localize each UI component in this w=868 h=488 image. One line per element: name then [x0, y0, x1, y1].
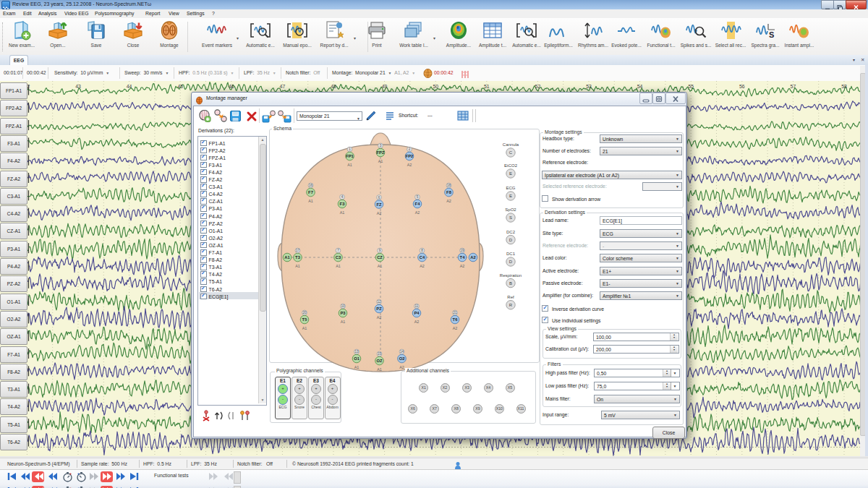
svg-text:ECG: ECG	[506, 186, 515, 190]
svg-text:A1: A1	[341, 320, 346, 324]
svg-text:16: 16	[309, 184, 313, 187]
svg-text:FPZ: FPZ	[377, 150, 385, 155]
svg-text:C3: C3	[336, 255, 341, 260]
svg-text:A1: A1	[347, 163, 352, 167]
svg-text:58: 58	[841, 84, 847, 89]
svg-text:44: 44	[127, 84, 132, 89]
svg-text:EtCO2: EtCO2	[504, 163, 518, 168]
svg-text:21: 21	[453, 311, 457, 314]
svg-text:T3: T3	[295, 255, 301, 260]
svg-text:F3: F3	[340, 202, 346, 206]
svg-text:54: 54	[637, 84, 643, 89]
svg-text:A2: A2	[470, 255, 475, 260]
svg-text:FP2: FP2	[406, 154, 414, 158]
svg-text:14: 14	[400, 350, 404, 354]
svg-text:DC2: DC2	[506, 230, 516, 234]
svg-text:48: 48	[331, 84, 336, 89]
svg-text:T5: T5	[302, 317, 308, 322]
svg-text:PZ: PZ	[376, 307, 382, 311]
svg-text:45: 45	[177, 84, 183, 89]
svg-text:A1: A1	[284, 255, 290, 260]
svg-text:2: 2	[409, 147, 411, 151]
svg-text:A1: A1	[378, 264, 383, 268]
svg-text:8: 8	[421, 249, 423, 252]
svg-text:E: E	[509, 171, 512, 176]
svg-text:A1: A1	[302, 326, 307, 330]
svg-text:A1: A1	[308, 199, 313, 203]
svg-text:FZ: FZ	[376, 202, 382, 207]
svg-text:A2: A2	[453, 326, 458, 330]
svg-text:51: 51	[484, 84, 490, 89]
svg-text:B: B	[509, 281, 512, 286]
svg-text:OZ: OZ	[376, 359, 383, 363]
svg-text:A2: A2	[414, 320, 420, 324]
svg-text:6: 6	[378, 196, 380, 200]
svg-text:10: 10	[341, 304, 345, 308]
svg-text:13: 13	[354, 350, 359, 354]
svg-text:SpO2: SpO2	[505, 207, 516, 212]
svg-text:C4: C4	[420, 255, 425, 260]
svg-text:43: 43	[75, 84, 81, 89]
svg-text:A1: A1	[340, 210, 345, 215]
svg-text:56: 56	[739, 84, 745, 89]
svg-text:20: 20	[302, 311, 307, 314]
svg-text:57: 57	[791, 84, 796, 89]
svg-text:19: 19	[460, 249, 464, 252]
svg-text:A1: A1	[354, 365, 359, 369]
svg-text:S: S	[509, 215, 512, 220]
svg-text:F7: F7	[308, 190, 313, 194]
svg-text:A1: A1	[295, 264, 300, 268]
svg-text:S: S	[769, 30, 774, 39]
svg-text:3: 3	[380, 144, 382, 147]
svg-text:F8: F8	[446, 190, 452, 194]
svg-text:15: 15	[378, 352, 382, 356]
svg-text:DC1: DC1	[506, 252, 516, 256]
svg-text:52: 52	[535, 84, 541, 89]
svg-text:Respiration: Respiration	[500, 273, 522, 278]
svg-text:49: 49	[382, 84, 388, 89]
svg-text:A2: A2	[415, 210, 420, 215]
svg-text:53: 53	[586, 84, 592, 89]
svg-text:55: 55	[688, 84, 694, 89]
svg-text:D: D	[509, 260, 513, 264]
svg-text:A2: A2	[377, 315, 382, 320]
svg-text:Cannula: Cannula	[503, 142, 519, 147]
svg-text:A1: A1	[377, 367, 382, 372]
svg-text:50: 50	[433, 84, 438, 89]
svg-text:FP1: FP1	[346, 154, 354, 158]
svg-text:Ref: Ref	[507, 295, 514, 299]
svg-text:E: E	[509, 194, 512, 198]
svg-text:1: 1	[349, 147, 351, 151]
svg-text:T4: T4	[460, 255, 466, 260]
svg-text:O1: O1	[354, 356, 360, 361]
svg-text:CZ: CZ	[377, 255, 383, 260]
svg-text:11: 11	[415, 304, 419, 308]
svg-text:A2: A2	[420, 264, 425, 268]
svg-text:A2: A2	[377, 211, 382, 215]
svg-text:T6: T6	[453, 317, 459, 322]
svg-text:7: 7	[337, 249, 339, 252]
svg-text:A2: A2	[460, 264, 465, 268]
svg-text:O2: O2	[399, 356, 405, 361]
svg-text:A2: A2	[446, 199, 451, 203]
svg-text:47: 47	[280, 84, 286, 89]
svg-text:4: 4	[341, 195, 344, 199]
svg-text:A2: A2	[399, 365, 404, 369]
svg-text:17: 17	[296, 249, 300, 252]
svg-text:12: 12	[377, 300, 381, 304]
svg-text:A1: A1	[336, 264, 341, 268]
svg-text:P3: P3	[340, 311, 346, 315]
svg-text:A1: A1	[378, 159, 383, 163]
svg-text:9: 9	[379, 249, 381, 252]
svg-text:R: R	[509, 303, 513, 307]
svg-text:5: 5	[417, 195, 419, 199]
svg-text:P4: P4	[414, 311, 420, 315]
svg-text:46: 46	[229, 84, 234, 89]
svg-text:A2: A2	[407, 163, 412, 167]
svg-text:18: 18	[447, 184, 451, 187]
svg-text:D: D	[509, 238, 513, 242]
svg-text:C: C	[509, 150, 513, 155]
svg-text:F4: F4	[415, 202, 421, 206]
